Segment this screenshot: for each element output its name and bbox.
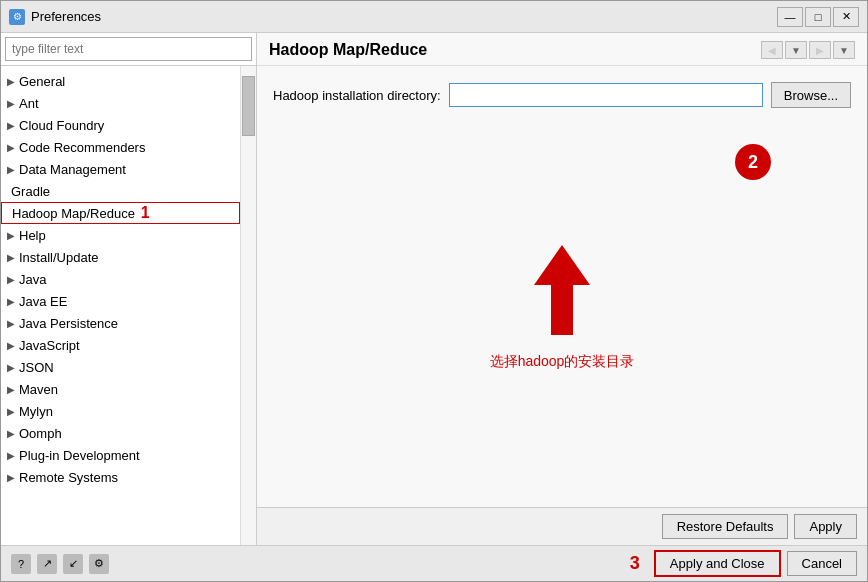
- up-arrow: [534, 245, 590, 335]
- annotation-number-1: 1: [141, 204, 150, 222]
- nav-forward-button[interactable]: ▶: [809, 41, 831, 59]
- tree-item-help[interactable]: ▶Help: [1, 224, 240, 246]
- tree-item-label: Remote Systems: [19, 470, 118, 485]
- bottom-panel: Restore Defaults Apply: [257, 507, 867, 545]
- expand-arrow-icon: ▶: [7, 230, 15, 241]
- expand-arrow-icon: ▶: [7, 340, 15, 351]
- tree-item-label: JavaScript: [19, 338, 80, 353]
- hadoop-dir-label: Hadoop installation directory:: [273, 88, 441, 103]
- restore-defaults-button[interactable]: Restore Defaults: [662, 514, 789, 539]
- filter-box: [1, 33, 256, 66]
- expand-arrow-icon: ▶: [7, 384, 15, 395]
- export-icon[interactable]: ↗: [37, 554, 57, 574]
- tree-item-label: Code Recommenders: [19, 140, 145, 155]
- expand-arrow-icon: ▶: [7, 362, 15, 373]
- tree-item-general[interactable]: ▶General: [1, 70, 240, 92]
- title-bar: ⚙ Preferences — □ ✕: [1, 1, 867, 33]
- tree-item-data-management[interactable]: ▶Data Management: [1, 158, 240, 180]
- tree-item-json[interactable]: ▶JSON: [1, 356, 240, 378]
- nav-back-button[interactable]: ◀: [761, 41, 783, 59]
- tree-item-label: General: [19, 74, 65, 89]
- tree-item-install-update[interactable]: ▶Install/Update: [1, 246, 240, 268]
- expand-arrow-icon: ▶: [7, 98, 15, 109]
- nav-dropdown-button[interactable]: ▼: [785, 41, 807, 59]
- expand-arrow-icon: ▶: [7, 252, 15, 263]
- preferences-window: ⚙ Preferences — □ ✕ ▶General▶Ant▶Cloud F…: [0, 0, 868, 582]
- maximize-button[interactable]: □: [805, 7, 831, 27]
- tree-item-label: Hadoop Map/Reduce: [12, 206, 135, 221]
- title-bar-left: ⚙ Preferences: [9, 9, 101, 25]
- nav-forward-dropdown-button[interactable]: ▼: [833, 41, 855, 59]
- main-content: ▶General▶Ant▶Cloud Foundry▶Code Recommen…: [1, 33, 867, 545]
- import-icon[interactable]: ↙: [63, 554, 83, 574]
- tree-item-label: Maven: [19, 382, 58, 397]
- expand-arrow-icon: ▶: [7, 406, 15, 417]
- footer-right: 3 Apply and Close Cancel: [630, 550, 857, 577]
- tree-item-code-recommenders[interactable]: ▶Code Recommenders: [1, 136, 240, 158]
- scrollbar-thumb[interactable]: [242, 76, 255, 136]
- annotation-number-3: 3: [630, 553, 640, 574]
- tree-item-maven[interactable]: ▶Maven: [1, 378, 240, 400]
- filter-input[interactable]: [5, 37, 252, 61]
- tree-item-label: Oomph: [19, 426, 62, 441]
- tree-item-java[interactable]: ▶Java: [1, 268, 240, 290]
- tree-item-java-ee[interactable]: ▶Java EE: [1, 290, 240, 312]
- expand-arrow-icon: ▶: [7, 142, 15, 153]
- tree-item-ant[interactable]: ▶Ant: [1, 92, 240, 114]
- annotation-number-2: 2: [735, 144, 771, 180]
- expand-arrow-icon: ▶: [7, 450, 15, 461]
- close-button[interactable]: ✕: [833, 7, 859, 27]
- settings-icon[interactable]: ⚙: [89, 554, 109, 574]
- scrollbar[interactable]: [240, 66, 256, 545]
- arrow-body: [551, 285, 573, 335]
- annotation-area: 2 选择hadoop的安装目录: [273, 124, 851, 491]
- hadoop-dir-input[interactable]: [449, 83, 763, 107]
- window-icon: ⚙: [9, 9, 25, 25]
- apply-and-close-button[interactable]: Apply and Close: [654, 550, 781, 577]
- arrow-head: [534, 245, 590, 285]
- footer: ? ↗ ↙ ⚙ 3 Apply and Close Cancel: [1, 545, 867, 581]
- tree-item-label: Install/Update: [19, 250, 99, 265]
- browse-button[interactable]: Browse...: [771, 82, 851, 108]
- expand-arrow-icon: ▶: [7, 428, 15, 439]
- tree-item-label: Java EE: [19, 294, 67, 309]
- tree-item-mylyn[interactable]: ▶Mylyn: [1, 400, 240, 422]
- expand-arrow-icon: ▶: [7, 76, 15, 87]
- tree-item-gradle[interactable]: Gradle: [1, 180, 240, 202]
- tree-item-hadoop-map-reduce[interactable]: Hadoop Map/Reduce1: [1, 202, 240, 224]
- tree-item-label: JSON: [19, 360, 54, 375]
- tree-item-javascript[interactable]: ▶JavaScript: [1, 334, 240, 356]
- tree-item-cloud-foundry[interactable]: ▶Cloud Foundry: [1, 114, 240, 136]
- nav-buttons: ◀ ▼ ▶ ▼: [761, 41, 855, 59]
- right-panel-title: Hadoop Map/Reduce: [269, 41, 427, 59]
- right-header: Hadoop Map/Reduce ◀ ▼ ▶ ▼: [257, 33, 867, 66]
- tree-item-label: Help: [19, 228, 46, 243]
- expand-arrow-icon: ▶: [7, 296, 15, 307]
- tree-item-oomph[interactable]: ▶Oomph: [1, 422, 240, 444]
- expand-arrow-icon: ▶: [7, 164, 15, 175]
- tree-item-remote-systems[interactable]: ▶Remote Systems: [1, 466, 240, 488]
- expand-arrow-icon: ▶: [7, 274, 15, 285]
- form-row: Hadoop installation directory: Browse...: [273, 82, 851, 108]
- window-title: Preferences: [31, 9, 101, 24]
- right-body: Hadoop installation directory: Browse...…: [257, 66, 867, 507]
- tree-item-label: Java Persistence: [19, 316, 118, 331]
- left-panel: ▶General▶Ant▶Cloud Foundry▶Code Recommen…: [1, 33, 257, 545]
- apply-button[interactable]: Apply: [794, 514, 857, 539]
- tree-item-label: Plug-in Development: [19, 448, 140, 463]
- minimize-button[interactable]: —: [777, 7, 803, 27]
- tree-item-plug-in-development[interactable]: ▶Plug-in Development: [1, 444, 240, 466]
- tree-item-label: Ant: [19, 96, 39, 111]
- help-icon[interactable]: ?: [11, 554, 31, 574]
- footer-left: ? ↗ ↙ ⚙: [11, 554, 109, 574]
- expand-arrow-icon: ▶: [7, 318, 15, 329]
- expand-arrow-icon: ▶: [7, 120, 15, 131]
- tree-item-label: Cloud Foundry: [19, 118, 104, 133]
- cancel-button[interactable]: Cancel: [787, 551, 857, 576]
- annotation-text: 选择hadoop的安装目录: [490, 353, 635, 371]
- left-with-scroll: ▶General▶Ant▶Cloud Foundry▶Code Recommen…: [1, 66, 256, 545]
- tree-item-label: Mylyn: [19, 404, 53, 419]
- tree-item-label: Data Management: [19, 162, 126, 177]
- expand-arrow-icon: ▶: [7, 472, 15, 483]
- tree-item-java-persistence[interactable]: ▶Java Persistence: [1, 312, 240, 334]
